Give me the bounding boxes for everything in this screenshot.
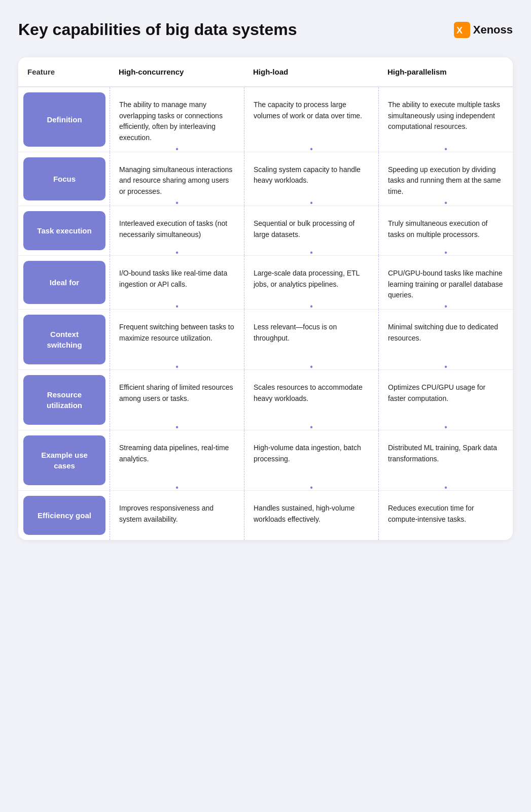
load-cell: Less relevant—focus is on throughput. bbox=[244, 310, 378, 369]
feature-label: Task execution bbox=[37, 225, 91, 236]
concurrency-cell: The ability to manage many overlapping t… bbox=[110, 87, 244, 152]
concurrency-cell: Improves responsiveness and system avail… bbox=[110, 491, 244, 540]
feature-label: Resource utilization bbox=[32, 389, 96, 411]
feature-cell: Resource utilization bbox=[23, 375, 105, 425]
table-row: DefinitionThe ability to manage many ove… bbox=[18, 87, 513, 152]
table-body: DefinitionThe ability to manage many ove… bbox=[18, 87, 513, 540]
load-cell: High-volume data ingestion, batch proces… bbox=[244, 430, 378, 490]
header-high-parallelism: High-parallelism bbox=[378, 57, 513, 86]
load-cell: The capacity to process large volumes of… bbox=[244, 87, 378, 152]
parallelism-cell: Speeding up execution by dividing tasks … bbox=[378, 152, 513, 206]
feature-label: Example use cases bbox=[32, 450, 96, 471]
parallelism-cell: Optimizes CPU/GPU usage for faster compu… bbox=[378, 370, 513, 430]
feature-cell: Definition bbox=[23, 92, 105, 147]
table-row: Task executionInterleaved execution of t… bbox=[18, 206, 513, 256]
feature-cell: Ideal for bbox=[23, 261, 105, 304]
concurrency-cell: Efficient sharing of limited resources a… bbox=[110, 370, 244, 430]
feature-label: Definition bbox=[47, 114, 82, 125]
load-cell: Scaling system capacity to handle heavy … bbox=[244, 152, 378, 206]
table-row: Resource utilizationEfficient sharing of… bbox=[18, 370, 513, 430]
header-feature: Feature bbox=[18, 57, 110, 86]
parallelism-cell: CPU/GPU-bound tasks like machine learnin… bbox=[378, 256, 513, 309]
table-row: Example use casesStreaming data pipeline… bbox=[18, 430, 513, 491]
concurrency-cell: Interleaved execution of tasks (not nece… bbox=[110, 206, 244, 255]
parallelism-cell: Reduces execution time for compute-inten… bbox=[378, 491, 513, 540]
load-cell: Large-scale data processing, ETL jobs, o… bbox=[244, 256, 378, 309]
feature-cell: Task execution bbox=[23, 211, 105, 250]
logo: X Xenoss bbox=[454, 22, 513, 38]
main-table: Feature High-concurrency High-load High-… bbox=[18, 57, 513, 540]
parallelism-cell: The ability to execute multiple tasks si… bbox=[378, 87, 513, 152]
table-row: Ideal forI/O-bound tasks like real-time … bbox=[18, 256, 513, 310]
table-header: Feature High-concurrency High-load High-… bbox=[18, 57, 513, 87]
feature-cell: Focus bbox=[23, 157, 105, 200]
page-title: Key capabilities of big data systems bbox=[18, 20, 297, 39]
parallelism-cell: Minimal switching due to dedicated resou… bbox=[378, 310, 513, 369]
load-cell: Scales resources to accommodate heavy wo… bbox=[244, 370, 378, 430]
svg-text:X: X bbox=[456, 25, 463, 36]
feature-cell: Example use cases bbox=[23, 435, 105, 485]
feature-label: Focus bbox=[53, 174, 76, 184]
load-cell: Sequential or bulk processing of large d… bbox=[244, 206, 378, 255]
feature-label: Efficiency goal bbox=[38, 510, 91, 521]
concurrency-cell: Frequent switching between tasks to maxi… bbox=[110, 310, 244, 369]
logo-text: Xenoss bbox=[473, 23, 513, 37]
parallelism-cell: Distributed ML training, Spark data tran… bbox=[378, 430, 513, 490]
feature-cell: Context switching bbox=[23, 315, 105, 364]
concurrency-cell: Managing simultaneous interactions and r… bbox=[110, 152, 244, 206]
table-row: Efficiency goalImproves responsiveness a… bbox=[18, 491, 513, 540]
page-header: Key capabilities of big data systems X X… bbox=[18, 20, 513, 39]
load-cell: Handles sustained, high-volume workloads… bbox=[244, 491, 378, 540]
header-high-concurrency: High-concurrency bbox=[110, 57, 244, 86]
table-row: FocusManaging simultaneous interactions … bbox=[18, 152, 513, 206]
feature-label: Context switching bbox=[32, 329, 96, 350]
feature-label: Ideal for bbox=[50, 277, 79, 288]
header-high-load: High-load bbox=[244, 57, 378, 86]
table-row: Context switchingFrequent switching betw… bbox=[18, 310, 513, 370]
feature-cell: Efficiency goal bbox=[23, 496, 105, 535]
concurrency-cell: I/O-bound tasks like real-time data inge… bbox=[110, 256, 244, 309]
xenoss-logo-icon: X bbox=[454, 22, 470, 38]
parallelism-cell: Truly simultaneous execution of tasks on… bbox=[378, 206, 513, 255]
concurrency-cell: Streaming data pipelines, real-time anal… bbox=[110, 430, 244, 490]
